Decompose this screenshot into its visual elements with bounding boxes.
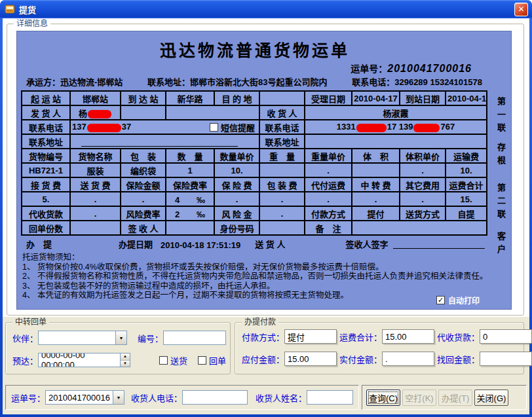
waybill-no-combobox[interactable]: 2010041700016 ▼ [45,390,124,405]
payment-grid: 付款方式： 提付 运费合计： 15.00 代收货款： 0 应付金额： 15.00… [242,329,517,366]
risk-fee-value: . [259,206,305,221]
id-number-label: 身份号码 [214,221,259,235]
pickup-label: 办 提 [26,238,52,250]
fee-header: 保 险 费 [214,177,259,192]
fee-value: . [214,192,259,206]
payable-amount-box[interactable]: 15.00 [284,352,337,366]
fee-header: 其它费用 [400,177,446,192]
receiver-phone-input-label: 收货人电话： [131,391,182,404]
cod-label: 代收货款 [22,206,70,221]
change-amount-box[interactable] [480,352,532,366]
transfer-no-input[interactable] [163,331,226,345]
sms-remind-checkbox[interactable] [210,123,218,132]
pay-method-label: 付款方式 [305,206,352,221]
transfer-no-label: 编号： [138,332,163,344]
phone-text: 767 [440,122,455,132]
goods-header: 包 装 [121,149,166,163]
table-row-addresses: 联系地址 联系地址 [22,134,487,149]
change-amount-label: 找回金额： [437,353,480,365]
app-window: 提货 ✕ 详细信息 迅达物流普通货物运单 运单号：2010041700016 承… [0,0,532,417]
table-row-phones: 联系电话 13737 短信提醒 联系电话 [22,120,487,134]
fee-header: 保险费率 [166,177,214,192]
copy2-sub: 客户 [495,232,507,258]
sender-phone-cell: 13737 短信提醒 [70,120,259,134]
paid-amount-label: 实付金额： [339,353,382,365]
goods-value: 1 [166,163,214,177]
receipt-checkbox[interactable] [198,356,206,365]
fee-value: . [259,192,305,206]
table-row-goods-values: HB721-1 服装 编织袋 1 10. . . 10. [22,163,487,177]
receiver-name-input[interactable] [307,390,353,405]
carrier-text: 承运方：迅达物流-邯郸站 [26,75,123,88]
waybill-title: 迅达物流普通货物运单 [21,37,489,61]
bottom-waybill-no-label: 运单号： [11,391,45,404]
eta-spinner[interactable]: 0000-00-00 00:00:00 ▲ ▼ [38,353,130,367]
detail-group-label: 详细信息 [14,19,50,28]
fee-header: 运费合计 [446,177,487,192]
goods-header: 重量单价 [305,149,352,163]
remark-label: 备 注 [305,221,352,235]
copy-strip: 第一联 存根 第二联 客户 [489,31,511,309]
query-button[interactable]: 查询(C) [366,390,400,406]
fee-value: . [352,192,400,206]
payment-group: 办提付款 付款方式： 提付 运费合计： 15.00 代收货款： 0 应付金额： … [235,322,524,374]
title-bar[interactable]: 提货 ✕ [0,0,532,18]
table-row-fee-headers: 接 货 费 送 货 费 保险金额 保险费率 保 险 费 包 装 费 代付运费 中… [22,177,487,192]
close-window-button[interactable]: 关闭(G) [474,390,508,406]
fee-value: 15. [446,192,487,206]
receiver-phone-input[interactable] [182,390,248,405]
arrive-date-label: 到站日期 [400,91,446,105]
note-item: 1、 货物保价按0.4%收取保价费，货物损坏或丢失按保价赔偿，对无保价货物最多按… [22,263,489,272]
empty-cell [121,105,166,120]
partner-combobox[interactable]: ▼ [38,331,127,345]
freight-total-box[interactable]: 15.00 [382,329,434,344]
cod-amount-field: 代收货款： 0 [437,329,532,344]
goods-value: 10. [214,163,259,177]
auto-print-row: ✓ 自动打印 [436,295,480,306]
waybill-no-combo-value: 2010041700016 [46,391,113,404]
shipping-notes: 托运货物须知： 1、 货物保价按0.4%收取保价费，货物损坏或丢失按保价赔偿，对… [21,253,489,300]
partner-dropdown-button[interactable]: ▼ [115,331,126,344]
waybill-no-dropdown-button[interactable]: ▼ [113,391,124,404]
freight-total-field: 运费合计： 15.00 [339,329,434,344]
remark-value [352,221,487,235]
receiver-value: 杨淑霞 [305,105,487,120]
goods-value: 编织袋 [121,163,166,177]
auto-print-label: 自动打印 [448,295,480,306]
goods-header: 货物编号 [22,149,70,163]
pay-method-box[interactable]: 提付 [284,329,337,344]
sms-remind-label: 短信提醒 [221,121,255,134]
window-title: 提货 [19,3,514,16]
sender-value: 杨 [70,105,121,120]
receipt-count-label: 回单份数 [22,221,70,235]
close-button[interactable]: ✕ [514,3,528,16]
fee-header: 保险金额 [121,177,166,192]
fee-value: 5. [22,192,70,206]
fee-header: 接 货 费 [22,177,70,192]
fee-value: . [121,192,166,206]
freight-total-label: 运费合计： [339,331,382,343]
spin-up-icon[interactable]: ▲ [121,354,130,361]
arrival-station-value: 新华路 [166,91,214,105]
receiver-name-input-label: 收货人姓名： [256,391,307,404]
delivery-checkbox[interactable] [159,356,168,365]
table-row-names: 发 货 人 杨 收 货 人 杨淑霞 [22,105,487,120]
goods-value [352,163,400,177]
client-area: 详细信息 迅达物流普通货物运单 运单号：2010041700016 承运方：迅达… [3,18,529,414]
delivery-checkbox-row: 送货 [159,354,187,367]
spin-down-icon[interactable]: ▼ [121,361,130,367]
note-item: 3、 无包装或包装不好的货物运输过程中造成的损坏，由托运人承担。 [22,281,489,291]
arrive-date-value: 2010-04-18 [446,91,487,105]
cod-amount-box[interactable]: 0 [480,329,532,344]
chevron-down-icon: ▼ [119,336,124,340]
payment-group-label: 办提付款 [242,317,278,327]
goods-value: . [400,163,446,177]
cod-value: . [70,206,121,221]
table-row-receipt: 回单份数 签 收 人 身份号码 备 注 [22,221,487,235]
goods-value: . [305,163,352,177]
receipt-label: 回单 [209,354,226,367]
auto-print-checkbox[interactable]: ✓ [436,296,445,304]
sender-label: 发 货 人 [22,105,70,120]
pickup-date-value: 2010-04-18 17:51:19 [161,240,240,250]
paid-amount-box[interactable]: . [382,352,434,366]
